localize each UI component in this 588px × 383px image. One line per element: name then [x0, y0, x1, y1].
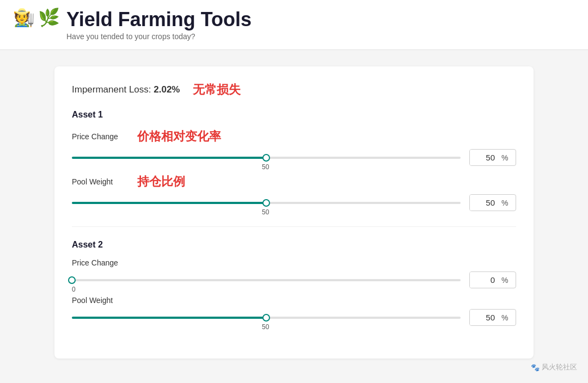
asset2-price-change-slider-container: 0: [72, 275, 461, 286]
impermanent-loss-label: Impermanent Loss: 2.02%: [72, 84, 180, 95]
asset2-price-change-track: 0: [72, 279, 461, 281]
asset1-pool-weight-input-group[interactable]: %: [469, 194, 516, 211]
asset1-pool-weight-annotation: 持仓比例: [137, 174, 185, 190]
asset1-price-change-input[interactable]: [470, 150, 499, 165]
asset1-pool-weight-fill: [72, 202, 266, 204]
plant-icon: 🌿: [38, 9, 60, 26]
asset1-pool-weight-slider-row: 50 %: [72, 194, 516, 211]
asset2-price-change-input[interactable]: [470, 272, 499, 288]
asset1-price-change-track: 50: [72, 157, 461, 159]
asset2-price-change-label: Price Change: [72, 258, 126, 267]
watermark: 🐾 风火轮社区: [531, 362, 577, 372]
asset1-pool-weight-thumb[interactable]: [262, 199, 270, 207]
asset1-price-change-tick-label: 50: [262, 163, 269, 171]
asset1-pool-weight-slider-container: 50: [72, 197, 461, 208]
asset1-price-change-slider-container: 50: [72, 152, 461, 163]
asset2-price-change-tick-label: 0: [72, 286, 76, 293]
asset1-price-change-annotation: 价格相对变化率: [137, 128, 221, 145]
asset1-pool-weight-unit: %: [499, 195, 512, 211]
asset2-pool-weight-slider-row: 50 %: [72, 309, 516, 326]
asset2-price-change-label-row: Price Change: [72, 258, 516, 267]
app-title: Yield Farming Tools: [66, 8, 252, 31]
asset1-section: Asset 1 Price Change 价格相对变化率 50: [72, 110, 516, 211]
asset1-pool-weight-label-row: Pool Weight 持仓比例: [72, 174, 516, 190]
asset2-title: Asset 2: [72, 240, 516, 250]
asset1-price-change-thumb[interactable]: [262, 154, 270, 162]
asset1-price-change-slider-row: 50 %: [72, 149, 516, 166]
asset2-pool-weight-slider-container: 50: [72, 312, 461, 323]
asset2-pool-weight-thumb[interactable]: [262, 314, 270, 322]
asset2-price-change-field: Price Change 0 %: [72, 258, 516, 288]
asset2-pool-weight-input-group[interactable]: %: [469, 309, 516, 326]
asset2-pool-weight-track: 50: [72, 317, 461, 319]
asset1-price-change-fill: [72, 157, 266, 159]
asset2-pool-weight-fill: [72, 317, 266, 319]
asset2-pool-weight-label: Pool Weight: [72, 296, 126, 305]
asset2-pool-weight-label-row: Pool Weight: [72, 296, 516, 305]
calculator-card: Impermanent Loss: 2.02% 无常损失 Asset 1 Pri…: [54, 66, 534, 359]
asset2-section: Asset 2 Price Change 0: [72, 240, 516, 326]
asset1-pool-weight-tick-label: 50: [262, 208, 269, 216]
farmer-icon: 🧑‍🌾: [13, 9, 35, 26]
asset1-price-change-label: Price Change: [72, 132, 126, 141]
asset2-pool-weight-field: Pool Weight 50 %: [72, 296, 516, 326]
asset1-price-change-label-row: Price Change 价格相对变化率: [72, 128, 516, 145]
asset2-pool-weight-input[interactable]: [470, 310, 499, 325]
impermanent-loss-row: Impermanent Loss: 2.02% 无常损失: [72, 82, 516, 98]
watermark-icon: 🐾: [531, 363, 540, 372]
asset2-price-change-unit: %: [499, 273, 512, 288]
asset2-price-change-thumb[interactable]: [68, 276, 76, 284]
header-icons: 🧑‍🌾 🌿: [13, 9, 60, 26]
asset1-pool-weight-input[interactable]: [470, 195, 499, 211]
impermanent-loss-annotation: 无常损失: [193, 82, 241, 98]
asset1-price-change-field: Price Change 价格相对变化率 50 %: [72, 128, 516, 166]
asset1-pool-weight-label: Pool Weight: [72, 177, 126, 186]
main-content: Impermanent Loss: 2.02% 无常损失 Asset 1 Pri…: [0, 50, 588, 375]
asset2-pool-weight-tick-label: 50: [262, 323, 269, 331]
app-subtitle: Have you tended to your crops today?: [66, 32, 252, 41]
asset1-price-change-input-group[interactable]: %: [469, 149, 516, 166]
asset1-title: Asset 1: [72, 110, 516, 120]
asset1-pool-weight-field: Pool Weight 持仓比例 50 %: [72, 174, 516, 211]
app-header: 🧑‍🌾 🌿 Yield Farming Tools Have you tende…: [0, 0, 588, 50]
asset2-price-change-input-group[interactable]: %: [469, 271, 516, 288]
asset2-price-change-slider-row: 0 %: [72, 271, 516, 288]
section-divider: [72, 226, 516, 227]
impermanent-loss-value: 2.02%: [154, 84, 180, 95]
asset1-price-change-unit: %: [499, 150, 512, 165]
header-text-block: Yield Farming Tools Have you tended to y…: [66, 8, 252, 41]
asset2-pool-weight-unit: %: [499, 310, 512, 325]
watermark-text: 风火轮社区: [542, 362, 577, 372]
asset1-pool-weight-track: 50: [72, 202, 461, 204]
